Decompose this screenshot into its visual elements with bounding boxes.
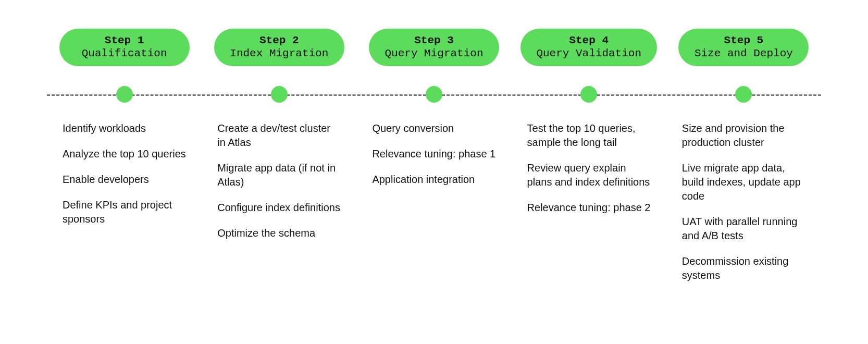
timeline-dot-icon xyxy=(426,86,442,103)
step-number-label: Step 1 xyxy=(75,34,174,47)
step-column-3: Step 3 Query Migration xyxy=(356,29,511,66)
step-column-5: Step 5 Size and Deploy xyxy=(666,29,821,66)
detail-item: Identify workloads xyxy=(63,121,186,136)
timeline-dot-wrap xyxy=(512,86,666,103)
step-column-4: Step 4 Query Validation xyxy=(512,29,666,66)
timeline-dot-wrap xyxy=(666,86,821,103)
detail-item: Optimize the schema xyxy=(217,226,341,240)
detail-item: Review query explain plans and index def… xyxy=(527,161,651,189)
detail-item: Decommission existing systems xyxy=(682,254,805,282)
detail-item: Application integration xyxy=(372,173,495,187)
details-col-1: Identify workloads Analyze the top 10 qu… xyxy=(47,121,202,294)
timeline-dot-wrap xyxy=(47,86,202,103)
step-number-label: Step 2 xyxy=(230,34,329,47)
step-number-label: Step 4 xyxy=(536,34,641,47)
detail-item: Define KPIs and project sponsors xyxy=(63,198,186,226)
timeline-dot-wrap xyxy=(202,86,356,103)
step-pill-1: Step 1 Qualification xyxy=(59,29,190,66)
details-col-3: Query conversion Relevance tuning: phase… xyxy=(356,121,511,294)
step-column-2: Step 2 Index Migration xyxy=(202,29,356,66)
detail-item: Live migrate app data, build indexes, up… xyxy=(682,161,805,203)
details-col-5: Size and provision the production cluste… xyxy=(666,121,821,294)
step-title-label: Query Validation xyxy=(536,47,641,60)
step-pill-2: Step 2 Index Migration xyxy=(214,29,344,66)
timeline-dot-wrap xyxy=(356,86,511,103)
timeline-dot-icon xyxy=(735,86,752,103)
detail-item: Create a dev/test cluster in Atlas xyxy=(217,121,341,150)
step-column-1: Step 1 Qualification xyxy=(47,29,202,66)
detail-item: Migrate app data (if not in Atlas) xyxy=(217,161,341,189)
details-col-2: Create a dev/test cluster in Atlas Migra… xyxy=(202,121,356,294)
timeline-dots-container xyxy=(47,86,821,103)
timeline xyxy=(47,86,821,103)
step-pill-5: Step 5 Size and Deploy xyxy=(678,29,809,66)
detail-item: Relevance tuning: phase 2 xyxy=(527,201,651,215)
step-title-label: Index Migration xyxy=(230,47,329,60)
detail-item: Query conversion xyxy=(372,121,495,136)
step-title-label: Size and Deploy xyxy=(694,47,793,60)
detail-item: Test the top 10 queries, sample the long… xyxy=(527,121,651,150)
step-number-label: Step 3 xyxy=(385,34,483,47)
detail-item: Enable developers xyxy=(63,173,186,187)
detail-item: Relevance tuning: phase 1 xyxy=(372,147,495,161)
timeline-dot-icon xyxy=(580,86,597,103)
detail-item: Size and provision the production cluste… xyxy=(682,121,805,150)
details-col-4: Test the top 10 queries, sample the long… xyxy=(512,121,666,294)
step-title-label: Query Migration xyxy=(385,47,483,60)
detail-item: Configure index definitions xyxy=(217,201,341,215)
timeline-dot-icon xyxy=(116,86,133,103)
details-row: Identify workloads Analyze the top 10 qu… xyxy=(47,121,821,294)
timeline-dot-icon xyxy=(271,86,288,103)
steps-header-row: Step 1 Qualification Step 2 Index Migrat… xyxy=(47,29,821,66)
step-pill-3: Step 3 Query Migration xyxy=(369,29,499,66)
detail-item: UAT with parallel running and A/B tests xyxy=(682,215,805,243)
step-pill-4: Step 4 Query Validation xyxy=(520,29,657,66)
detail-item: Analyze the top 10 queries xyxy=(63,147,186,161)
step-number-label: Step 5 xyxy=(694,34,793,47)
step-title-label: Qualification xyxy=(75,47,174,60)
